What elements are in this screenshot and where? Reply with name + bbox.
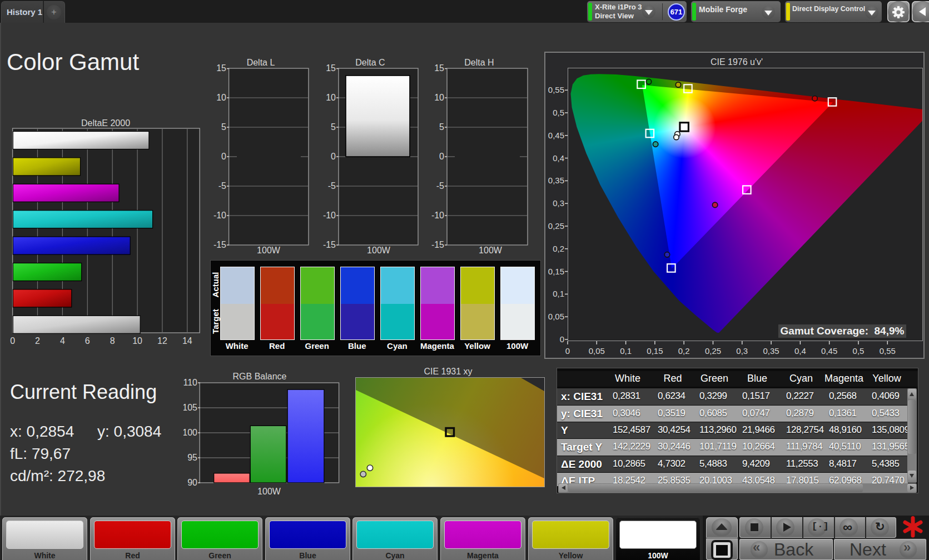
svg-text:10: 10: [132, 336, 142, 346]
svg-text:Delta H: Delta H: [464, 58, 494, 67]
svg-text:0,1: 0,1: [553, 289, 564, 298]
svg-text:0,1: 0,1: [620, 346, 632, 356]
svg-text:0,55: 0,55: [880, 346, 896, 356]
svg-text:100W: 100W: [257, 487, 281, 496]
svg-text:0,15: 0,15: [548, 267, 564, 276]
svg-text:0,05: 0,05: [548, 312, 564, 321]
svg-text:15: 15: [434, 63, 444, 73]
svg-text:-5: -5: [218, 181, 226, 191]
svg-text:0,15: 0,15: [647, 346, 663, 356]
svg-text:10: 10: [326, 93, 336, 102]
svg-text:95: 95: [187, 453, 197, 462]
svg-text:0: 0: [331, 152, 336, 161]
svg-text:0,35: 0,35: [763, 346, 779, 356]
svg-text:0,3: 0,3: [736, 346, 748, 356]
svg-text:0,2: 0,2: [678, 346, 690, 356]
svg-text:-5: -5: [328, 181, 336, 191]
svg-text:-10: -10: [213, 211, 226, 220]
svg-text:0,45: 0,45: [821, 346, 837, 356]
svg-text:0,45: 0,45: [548, 131, 564, 140]
svg-text:14: 14: [182, 336, 192, 346]
svg-text:105: 105: [183, 403, 197, 412]
svg-text:0,4: 0,4: [553, 153, 564, 163]
svg-text:Delta C: Delta C: [355, 58, 385, 67]
svg-text:0,25: 0,25: [705, 346, 721, 356]
svg-text:0: 0: [565, 346, 570, 356]
svg-text:15: 15: [216, 63, 226, 73]
svg-text:90: 90: [187, 478, 197, 487]
svg-text:100W: 100W: [257, 246, 281, 255]
svg-text:10: 10: [434, 93, 444, 102]
svg-text:-10: -10: [431, 211, 444, 220]
svg-text:-15: -15: [323, 240, 336, 249]
svg-text:6: 6: [85, 336, 90, 346]
svg-text:0,3: 0,3: [553, 198, 564, 208]
svg-text:100W: 100W: [367, 246, 391, 255]
svg-text:Delta L: Delta L: [247, 58, 275, 67]
svg-text:15: 15: [326, 63, 336, 73]
svg-text:12: 12: [157, 336, 167, 346]
svg-text:-10: -10: [323, 211, 336, 220]
svg-text:8: 8: [110, 336, 115, 346]
svg-text:5: 5: [439, 122, 444, 132]
svg-text:-5: -5: [436, 181, 444, 191]
svg-text:100: 100: [183, 428, 197, 437]
svg-text:2: 2: [35, 336, 40, 346]
svg-text:-15: -15: [213, 240, 226, 249]
svg-text:-15: -15: [431, 240, 444, 249]
svg-text:10: 10: [216, 93, 226, 102]
svg-text:0,35: 0,35: [548, 176, 564, 185]
svg-text:0: 0: [560, 334, 564, 344]
svg-text:5: 5: [331, 122, 336, 132]
svg-text:0,2: 0,2: [553, 244, 564, 253]
svg-text:0: 0: [221, 152, 226, 161]
svg-text:0,5: 0,5: [553, 108, 564, 117]
svg-text:0: 0: [439, 152, 444, 161]
svg-text:0,25: 0,25: [548, 221, 564, 231]
svg-text:110: 110: [183, 378, 197, 387]
svg-text:4: 4: [60, 336, 65, 346]
svg-text:0,4: 0,4: [794, 346, 806, 356]
svg-text:100W: 100W: [479, 246, 503, 255]
svg-text:0,05: 0,05: [589, 346, 605, 356]
svg-text:0,55: 0,55: [548, 85, 564, 94]
svg-text:0,5: 0,5: [853, 346, 865, 356]
svg-text:0: 0: [10, 336, 15, 346]
svg-text:5: 5: [221, 122, 226, 132]
